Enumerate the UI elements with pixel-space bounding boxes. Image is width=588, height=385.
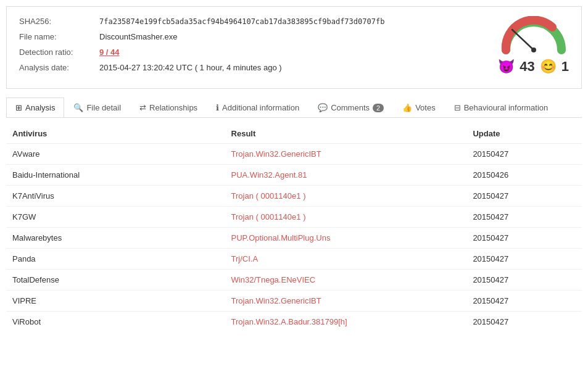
table-icon: ⊞ [15, 103, 22, 112]
thumbs-icon: 👍 [402, 103, 412, 112]
tab-additional-info-label: Additional information [222, 103, 299, 112]
av-name: VIPRE [6, 291, 225, 312]
analysis-label: Analysis date: [19, 63, 99, 72]
good-score: 1 [561, 59, 569, 75]
table-row: TotalDefenseWin32/Tnega.ENeVIEC20150427 [6, 270, 582, 291]
analysis-value: 2015-04-27 13:20:42 UTC ( 1 hour, 4 minu… [99, 63, 282, 72]
av-result-link[interactable]: Win32/Tnega.ENeVIEC [231, 275, 316, 284]
gauge-scores: 😈 43 😊 1 [498, 59, 569, 75]
col-header-update: Update [466, 124, 582, 144]
sha256-value: 7fa235874e199fcb5ada35acf94b4964107cab17… [99, 17, 384, 26]
filename-value: DiscountSmasher.exe [99, 32, 177, 41]
av-update: 20150427 [466, 144, 582, 165]
av-result-link[interactable]: Trojan ( 0001140e1 ) [231, 191, 306, 201]
av-update: 20150427 [466, 270, 582, 291]
filename-row: File name: DiscountSmasher.exe [19, 32, 569, 41]
av-name: K7AntiVirus [6, 186, 225, 207]
sha256-label: SHA256: [19, 17, 99, 26]
table-row: PandaTrj/CI.A20150427 [6, 249, 582, 270]
tab-comments-label: Comments [331, 103, 370, 112]
av-result[interactable]: PUA.Win32.Agent.81 [225, 165, 467, 186]
av-result-link[interactable]: PUA.Win32.Agent.81 [231, 170, 307, 180]
tab-analysis[interactable]: ⊞ Analysis [6, 97, 64, 118]
av-result-link[interactable]: Trojan.Win32.GenericIBT [231, 149, 321, 159]
svg-line-0 [512, 30, 534, 50]
bad-score: 43 [520, 59, 534, 75]
av-update: 20150427 [466, 186, 582, 207]
av-result[interactable]: Win32/Tnega.ENeVIEC [225, 270, 467, 291]
tab-behavioural-label: Behavioural information [464, 103, 549, 112]
av-update: 20150426 [466, 165, 582, 186]
filename-label: File name: [19, 32, 99, 41]
tabs-bar: ⊞ Analysis 🔍 File detail ⇄ Relationships… [6, 95, 582, 118]
col-header-antivirus: Antivirus [6, 124, 225, 144]
gauge-container: 😈 43 😊 1 [498, 16, 569, 75]
av-result[interactable]: Trojan.Win32.A.Badur.381799[h] [225, 312, 467, 333]
tab-file-detail-label: File detail [86, 103, 121, 112]
tab-additional-info[interactable]: ℹ Additional information [207, 97, 308, 117]
good-face-icon: 😊 [540, 59, 557, 75]
table-row: K7AntiVirusTrojan ( 0001140e1 )20150427 [6, 186, 582, 207]
av-result[interactable]: Trojan.Win32.GenericIBT [225, 291, 467, 312]
tab-relationships[interactable]: ⇄ Relationships [130, 97, 207, 117]
av-update: 20150427 [466, 207, 582, 228]
tab-comments[interactable]: 💬 Comments 2 [308, 97, 393, 117]
detection-label: Detection ratio: [19, 48, 99, 57]
av-result[interactable]: Trojan ( 0001140e1 ) [225, 207, 467, 228]
bad-face-icon: 😈 [498, 59, 515, 75]
table-row: VIPRETrojan.Win32.GenericIBT20150427 [6, 291, 582, 312]
table-row: K7GWTrojan ( 0001140e1 )20150427 [6, 207, 582, 228]
av-result-link[interactable]: Trojan.Win32.GenericIBT [231, 296, 321, 305]
av-update: 20150427 [466, 228, 582, 249]
tab-votes-label: Votes [415, 103, 436, 112]
table-row: Baidu-InternationalPUA.Win32.Agent.81201… [6, 165, 582, 186]
tab-file-detail[interactable]: 🔍 File detail [64, 97, 130, 117]
av-update: 20150427 [466, 312, 582, 333]
tab-behavioural[interactable]: ⊟ Behavioural information [445, 97, 558, 117]
comments-badge: 2 [373, 104, 384, 112]
tab-relationships-label: Relationships [149, 103, 197, 112]
search-icon: 🔍 [73, 103, 83, 112]
av-name: Malwarebytes [6, 228, 225, 249]
comment-icon: 💬 [318, 103, 328, 112]
detection-value[interactable]: 9 / 44 [99, 48, 120, 57]
av-result-link[interactable]: PUP.Optional.MultiPlug.Uns [231, 233, 331, 242]
av-name: Baidu-International [6, 165, 225, 186]
av-result[interactable]: Trojan ( 0001140e1 ) [225, 186, 467, 207]
av-update: 20150427 [466, 291, 582, 312]
av-update: 20150427 [466, 249, 582, 270]
av-name: TotalDefense [6, 270, 225, 291]
av-name: ViRobot [6, 312, 225, 333]
table-row: AVwareTrojan.Win32.GenericIBT20150427 [6, 144, 582, 165]
av-result-link[interactable]: Trj/CI.A [231, 254, 259, 263]
info-panel: SHA256: 7fa235874e199fcb5ada35acf94b4964… [6, 6, 582, 89]
sha256-row: SHA256: 7fa235874e199fcb5ada35acf94b4964… [19, 17, 569, 26]
av-name: Panda [6, 249, 225, 270]
info-icon: ℹ [216, 103, 219, 112]
av-name: AVware [6, 144, 225, 165]
col-header-result: Result [225, 124, 467, 144]
detection-row: Detection ratio: 9 / 44 [19, 48, 569, 57]
share-icon: ⇄ [139, 103, 146, 112]
av-result[interactable]: Trojan.Win32.GenericIBT [225, 144, 467, 165]
table-row: MalwarebytesPUP.Optional.MultiPlug.Uns20… [6, 228, 582, 249]
av-name: K7GW [6, 207, 225, 228]
tab-votes[interactable]: 👍 Votes [393, 97, 445, 117]
analysis-row: Analysis date: 2015-04-27 13:20:42 UTC (… [19, 63, 569, 72]
gauge-svg [500, 16, 568, 56]
table-row: ViRobotTrojan.Win32.A.Badur.381799[h]201… [6, 312, 582, 333]
av-result[interactable]: Trj/CI.A [225, 249, 467, 270]
av-result-link[interactable]: Trojan ( 0001140e1 ) [231, 212, 306, 221]
grid-icon: ⊟ [454, 103, 461, 112]
av-results-table: Antivirus Result Update AVwareTrojan.Win… [6, 124, 582, 332]
tab-analysis-label: Analysis [25, 103, 55, 112]
svg-point-1 [531, 48, 536, 52]
av-result[interactable]: PUP.Optional.MultiPlug.Uns [225, 228, 467, 249]
av-result-link[interactable]: Trojan.Win32.A.Badur.381799[h] [231, 317, 347, 326]
table-header-row: Antivirus Result Update [6, 124, 582, 144]
